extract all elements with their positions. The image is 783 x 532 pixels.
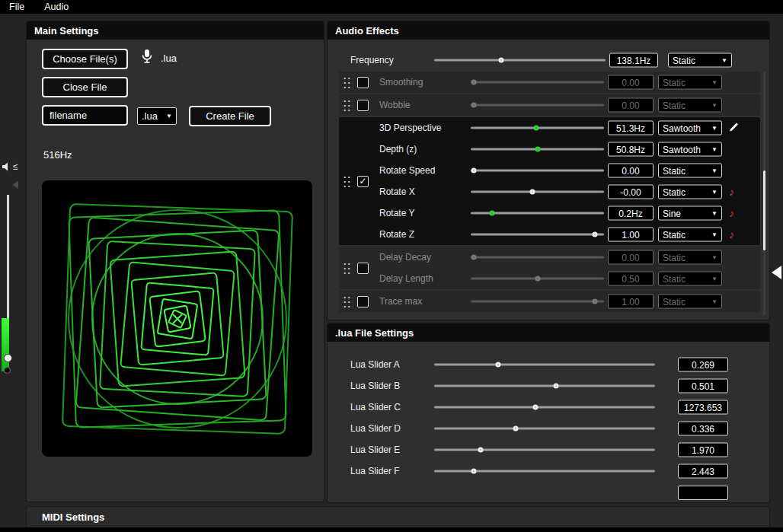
- file-ext-dropdown[interactable]: .lua ▼: [137, 107, 177, 125]
- effect-value-box[interactable]: 0.2Hz: [608, 206, 654, 221]
- effect-value-box[interactable]: 0.00: [608, 250, 654, 265]
- effect-value-box[interactable]: 1.00: [608, 295, 654, 309]
- slider-thumb[interactable]: [592, 232, 597, 237]
- effect-slider[interactable]: [471, 224, 604, 245]
- effect-slider[interactable]: [471, 181, 604, 202]
- lua-value-box-partial[interactable]: [678, 486, 728, 500]
- lua-value-box[interactable]: 0.269: [678, 358, 728, 372]
- lua-value-box[interactable]: 0.336: [678, 422, 728, 436]
- slider-thumb[interactable]: [471, 168, 476, 174]
- slider-thumb[interactable]: [496, 362, 501, 368]
- effect-mode-dropdown[interactable]: Sawtooth ▼: [658, 142, 722, 157]
- lua-slider[interactable]: [434, 375, 655, 397]
- slider-thumb[interactable]: [471, 469, 477, 474]
- effect-checkbox[interactable]: [357, 77, 369, 88]
- effect-mode-dropdown[interactable]: Static ▼: [658, 75, 722, 90]
- slider-thumb[interactable]: [529, 190, 535, 195]
- effect-mode-dropdown[interactable]: Static ▼: [658, 98, 722, 113]
- slider-thumb[interactable]: [471, 80, 476, 85]
- effect-value-box[interactable]: 1.00: [608, 228, 654, 242]
- volume-slider-thumb[interactable]: [4, 354, 12, 362]
- midi-settings-header[interactable]: MIDI Settings: [27, 507, 769, 527]
- midi-learn-icon[interactable]: ♪: [729, 229, 734, 240]
- choose-file-button[interactable]: Choose File(s): [42, 49, 128, 69]
- lua-slider[interactable]: [434, 418, 655, 439]
- effect-value-box[interactable]: 0.00: [608, 98, 654, 113]
- effect-value-box[interactable]: 0.50: [608, 272, 654, 286]
- effect-mode-dropdown[interactable]: Sawtooth ▼: [658, 121, 722, 135]
- volume-knob[interactable]: [4, 367, 11, 374]
- effect-slider[interactable]: [471, 139, 604, 160]
- effect-mode-dropdown[interactable]: Static ▼: [658, 164, 722, 178]
- effect-checkbox[interactable]: [357, 263, 369, 274]
- effect-mode-dropdown[interactable]: Static ▼: [658, 250, 722, 265]
- main-settings-header[interactable]: Main Settings: [27, 21, 324, 40]
- create-file-button[interactable]: Create File: [189, 106, 271, 126]
- effect-slider[interactable]: [471, 160, 604, 181]
- slider-thumb[interactable]: [533, 126, 539, 131]
- drag-handle-icon[interactable]: [343, 99, 351, 112]
- lua-slider[interactable]: [434, 439, 655, 460]
- slider-thumb[interactable]: [533, 405, 539, 410]
- frequency-mode-dropdown[interactable]: Static ▼: [668, 53, 732, 68]
- microphone-icon[interactable]: [141, 49, 153, 67]
- close-file-button[interactable]: Close File: [42, 77, 128, 97]
- lua-value-box[interactable]: 0.501: [678, 379, 728, 393]
- audio-effects-header[interactable]: Audio Effects: [328, 21, 769, 40]
- effect-slider[interactable]: [471, 94, 604, 116]
- frequency-value-box[interactable]: 138.1Hz: [609, 53, 658, 68]
- lua-value-box[interactable]: 1.970: [678, 443, 728, 457]
- lua-settings-header[interactable]: .lua File Settings: [328, 323, 769, 342]
- effect-checkbox[interactable]: [357, 296, 369, 307]
- slider-thumb[interactable]: [478, 448, 483, 453]
- slider-thumb[interactable]: [592, 299, 597, 304]
- lua-slider[interactable]: [434, 397, 655, 418]
- midi-learn-icon[interactable]: ♪: [729, 208, 734, 218]
- slider-thumb[interactable]: [535, 147, 540, 152]
- drag-handle-icon[interactable]: [343, 76, 351, 89]
- effect-mode-dropdown[interactable]: Static ▼: [658, 295, 722, 309]
- effect-value-box[interactable]: 0.00: [608, 75, 654, 90]
- lua-slider[interactable]: [434, 460, 655, 482]
- slider-thumb[interactable]: [471, 103, 476, 108]
- effect-slider[interactable]: [471, 117, 604, 139]
- speaker-icon[interactable]: [2, 161, 12, 175]
- slider-thumb[interactable]: [490, 211, 495, 216]
- slider-thumb[interactable]: [498, 58, 503, 63]
- lua-value-box[interactable]: 1273.653: [678, 400, 728, 415]
- effect-slider[interactable]: [471, 202, 604, 224]
- effect-mode-dropdown[interactable]: Static ▼: [658, 272, 722, 286]
- drag-handle-icon[interactable]: [343, 295, 351, 308]
- effect-checkbox[interactable]: [357, 176, 369, 187]
- scrollbar-thumb[interactable]: [763, 170, 765, 250]
- edit-icon[interactable]: [729, 123, 739, 134]
- slider-thumb[interactable]: [513, 426, 519, 432]
- slider-thumb[interactable]: [471, 255, 476, 260]
- effect-slider[interactable]: [471, 268, 604, 289]
- menu-audio[interactable]: Audio: [44, 2, 69, 12]
- effect-value-box[interactable]: 50.8Hz: [608, 142, 654, 157]
- effect-checkbox[interactable]: [357, 100, 369, 111]
- lua-value-box[interactable]: 2.443: [678, 464, 728, 479]
- midi-learn-icon[interactable]: ♪: [729, 186, 734, 197]
- effect-value-box[interactable]: 51.3Hz: [608, 121, 654, 135]
- effects-scrollbar[interactable]: [763, 72, 765, 315]
- slider-thumb[interactable]: [535, 276, 540, 282]
- effect-slider[interactable]: [471, 72, 604, 93]
- effect-slider[interactable]: [471, 291, 604, 312]
- effect-mode-dropdown[interactable]: Static ▼: [658, 228, 722, 242]
- frequency-slider[interactable]: [434, 50, 606, 70]
- drag-handle-icon[interactable]: [343, 175, 351, 188]
- slider-thumb[interactable]: [553, 384, 558, 389]
- drag-handle-icon[interactable]: [343, 262, 351, 275]
- effect-slider[interactable]: [471, 247, 604, 268]
- oscilloscope-pattern: [52, 193, 303, 444]
- effect-mode-dropdown[interactable]: Static ▼: [658, 185, 722, 199]
- effect-value-box[interactable]: -0.00: [608, 185, 654, 199]
- effect-value-box[interactable]: 0.00: [608, 164, 654, 178]
- filename-input[interactable]: [42, 105, 128, 126]
- lua-slider[interactable]: [434, 354, 655, 375]
- menu-file[interactable]: File: [9, 2, 24, 12]
- effect-mode-dropdown[interactable]: Sine ▼: [658, 206, 722, 221]
- expand-panel-icon[interactable]: [772, 266, 781, 279]
